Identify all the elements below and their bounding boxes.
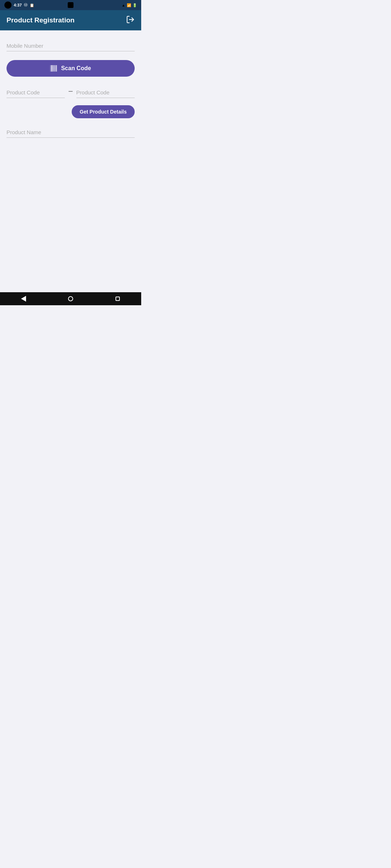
get-product-details-button[interactable]: Get Product Details [72,105,135,118]
recent-icon [115,297,120,301]
product-name-input[interactable] [7,127,135,138]
page-title: Product Registration [7,16,75,24]
scan-code-button[interactable]: Scan Code [7,60,135,77]
get-details-wrapper: Get Product Details [7,105,135,118]
separator: – [65,87,76,98]
product-code-left-wrapper [7,87,65,98]
status-clipboard-icon: 📋 [30,3,34,7]
product-code-row: – [7,87,135,98]
signal-icon: 📶 [127,3,131,7]
status-center [68,2,73,8]
status-time: 4:37 [14,3,22,7]
home-button[interactable] [65,293,76,304]
product-code-right-wrapper [76,87,135,98]
battery-icon: 🔋 [133,3,137,7]
scan-code-label: Scan Code [61,65,91,72]
status-notch [68,2,73,8]
mobile-number-wrapper [7,41,135,51]
main-content: Scan Code – Get Product Details [0,30,141,292]
back-icon [21,296,26,302]
wifi-icon: ▲ [122,3,125,7]
status-left: 4:37 Ⓜ 📋 [4,1,34,9]
bottom-nav [0,292,141,305]
status-circle-icon [4,1,12,9]
mobile-number-input[interactable] [7,41,135,51]
logout-icon[interactable] [126,15,135,26]
home-icon [68,296,73,301]
product-code-right-input[interactable] [76,87,135,98]
header: Product Registration [0,10,141,30]
status-right-icons: ▲ 📶 🔋 [122,3,137,7]
barcode-icon [50,65,57,72]
back-button[interactable] [18,293,29,304]
status-bar: 4:37 Ⓜ 📋 ▲ 📶 🔋 [0,0,141,10]
product-code-left-input[interactable] [7,87,65,98]
product-name-wrapper [7,127,135,138]
status-o-icon: Ⓜ [24,3,28,8]
recent-button[interactable] [112,293,123,304]
